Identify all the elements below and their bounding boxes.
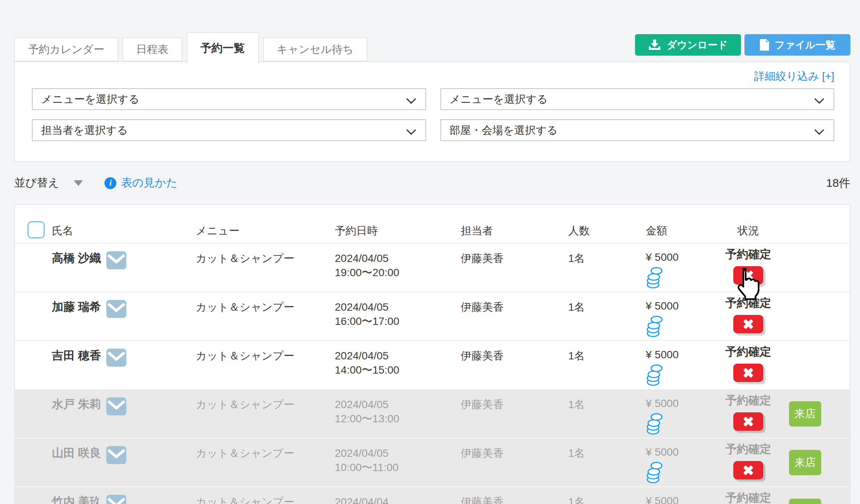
count-cell: 1名 (568, 341, 646, 389)
visited-button[interactable]: 来店 (789, 450, 821, 475)
staff-cell: 伊藤美香 (461, 341, 568, 389)
table-row: 加藤 瑞希 カット＆シャンプー 2024/04/05 16:00〜17:00 伊… (15, 292, 850, 340)
amount-cell: ¥ 5000 (646, 341, 710, 389)
tab-schedule[interactable]: 日程表 (122, 37, 182, 61)
customer-name: 加藤 瑞希 (52, 299, 101, 315)
status-badge: 予約確定 (710, 490, 787, 504)
count-cell: 1名 (568, 292, 646, 340)
status-cell: 予約確定 (710, 487, 787, 504)
datetime-cell: 2024/04/05 14:00〜15:00 (335, 341, 461, 389)
header-status: 状況 (710, 224, 787, 238)
customer-name: 吉田 穂香 (52, 348, 101, 364)
menu-cell: カット＆シャンプー (196, 487, 335, 504)
amount-cell: ¥ 5000 (646, 438, 710, 486)
detail-filter-link[interactable]: 詳細絞り込み [+] (754, 70, 834, 82)
status-badge: 予約確定 (710, 344, 787, 360)
menu-cell: カット＆シャンプー (196, 341, 335, 389)
menu-cell: カット＆シャンプー (196, 390, 335, 438)
payment-coins-icon (646, 461, 710, 486)
menu-select-1[interactable]: メニューを選択する (32, 88, 426, 110)
status-cell: 予約確定 (710, 438, 787, 486)
staff-cell: 伊藤美香 (461, 390, 568, 438)
table-row: 吉田 穂香 カット＆シャンプー 2024/04/05 14:00〜15:00 伊… (15, 340, 850, 389)
customer-name: 水戸 朱莉 (52, 397, 101, 412)
result-count: 18件 (826, 175, 850, 191)
staff-select[interactable]: 担当者を選択する (32, 119, 426, 141)
sort-row: 並び替え i 表の見かた 18件 (14, 162, 850, 204)
cancel-button[interactable] (733, 461, 763, 479)
amount-cell: ¥ 5000 (646, 244, 710, 292)
mail-icon[interactable] (106, 349, 126, 369)
top-bar: 予約カレンダー 日程表 予約一覧 キャンセル待ち ダウンロード (14, 0, 850, 61)
table-header-row: 氏名 メニュー 予約日時 担当者 人数 金額 状況 (15, 205, 850, 243)
visited-button[interactable]: 来店 (789, 401, 821, 427)
tab-reservation-calendar[interactable]: 予約カレンダー (14, 37, 118, 61)
mail-icon[interactable] (106, 251, 126, 272)
reservation-table: 氏名 メニュー 予約日時 担当者 人数 金額 状況 高橋 沙織 カット＆シャンプ… (14, 204, 850, 504)
customer-name: 高橋 沙織 (52, 250, 101, 266)
datetime-cell: 2024/04/04 19:00〜20:00 (335, 487, 461, 504)
mail-icon[interactable] (106, 300, 126, 321)
payment-coins-icon (646, 315, 710, 340)
file-icon (759, 39, 769, 51)
status-badge: 予約確定 (710, 295, 787, 311)
header-menu: メニュー (196, 224, 335, 238)
cancel-button[interactable] (733, 315, 763, 333)
table-row: 山田 咲良 カット＆シャンプー 2024/04/05 10:00〜11:00 伊… (15, 438, 850, 486)
sort-button[interactable]: 並び替え (14, 175, 59, 191)
datetime-cell: 2024/04/05 16:00〜17:00 (335, 292, 461, 340)
sort-caret-icon[interactable] (74, 180, 83, 186)
top-actions: ダウンロード ファイル一覧 (635, 34, 850, 56)
mail-icon[interactable] (106, 495, 126, 504)
filter-panel: 詳細絞り込み [+] メニューを選択する メニューを選択する 担当者を選択する … (14, 61, 850, 162)
download-button[interactable]: ダウンロード (635, 34, 741, 56)
info-icon: i (104, 177, 116, 189)
tab-cancel-waitlist[interactable]: キャンセル待ち (263, 37, 367, 61)
amount-cell: ¥ 5000 (646, 292, 710, 340)
datetime-cell: 2024/04/05 12:00〜13:00 (335, 390, 461, 438)
menu-cell: カット＆シャンプー (196, 438, 335, 486)
cancel-button[interactable] (733, 364, 763, 382)
header-count: 人数 (568, 224, 646, 238)
count-cell: 1名 (568, 487, 646, 504)
status-cell: 予約確定 (710, 341, 787, 389)
mail-icon[interactable] (106, 446, 126, 467)
status-cell: 予約確定 (710, 292, 787, 340)
visited-button[interactable]: 来店 (789, 499, 821, 504)
room-venue-select[interactable]: 部屋・会場を選択する (440, 119, 835, 141)
staff-cell: 伊藤美香 (461, 487, 568, 504)
header-amount: 金額 (646, 224, 710, 238)
table-row: 水戸 朱莉 カット＆シャンプー 2024/04/05 12:00〜13:00 伊… (15, 389, 850, 438)
status-cell: 予約確定 (710, 390, 787, 438)
datetime-cell: 2024/04/05 10:00〜11:00 (335, 438, 461, 486)
tab-bar: 予約カレンダー 日程表 予約一覧 キャンセル待ち (14, 32, 367, 61)
status-badge: 予約確定 (710, 247, 787, 262)
header-datetime: 予約日時 (335, 224, 461, 238)
menu-cell: カット＆シャンプー (196, 244, 335, 292)
cancel-button[interactable] (733, 412, 763, 431)
download-icon (648, 39, 661, 51)
menu-select-2[interactable]: メニューを選択する (440, 88, 835, 110)
header-staff: 担当者 (461, 224, 568, 238)
filter-grid: メニューを選択する メニューを選択する 担当者を選択する 部屋・会場を選択する (32, 88, 834, 141)
datetime-cell: 2024/04/05 19:00〜20:00 (335, 244, 461, 292)
customer-name: 山田 咲良 (52, 445, 101, 461)
count-cell: 1名 (568, 438, 646, 486)
select-all-checkbox[interactable] (28, 221, 45, 238)
table-row: 高橋 沙織 カット＆シャンプー 2024/04/05 19:00〜20:00 伊… (15, 243, 850, 292)
payment-coins-icon (646, 412, 710, 438)
count-cell: 1名 (568, 390, 646, 438)
status-badge: 予約確定 (710, 441, 787, 457)
cancel-button[interactable] (733, 266, 763, 285)
status-badge: 予約確定 (710, 393, 787, 408)
menu-cell: カット＆シャンプー (196, 292, 335, 340)
reservation-list-page: 予約カレンダー 日程表 予約一覧 キャンセル待ち ダウンロード (0, 0, 860, 504)
payment-coins-icon (646, 266, 710, 292)
amount-cell: ¥ 5000 (646, 390, 710, 438)
amount-cell: ¥ 5000 (646, 487, 710, 504)
mail-icon[interactable] (106, 397, 126, 418)
table-help-link[interactable]: 表の見かた (121, 175, 177, 191)
payment-coins-icon (646, 363, 710, 389)
tab-reservation-list[interactable]: 予約一覧 (187, 32, 259, 64)
file-list-button[interactable]: ファイル一覧 (744, 34, 850, 56)
